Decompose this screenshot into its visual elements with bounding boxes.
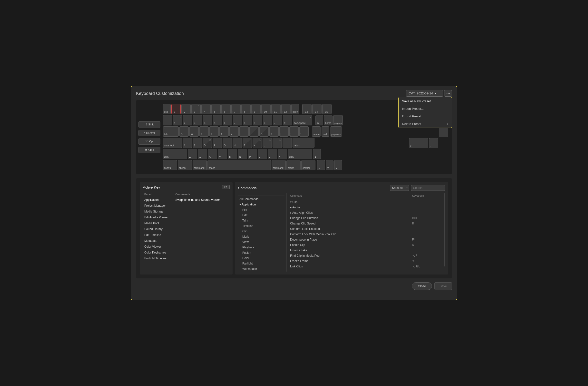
- f5-key[interactable]: F5: [211, 104, 221, 114]
- left-arrow-key[interactable]: ◄: [317, 160, 325, 170]
- t-key[interactable]: T: [219, 126, 229, 137]
- menu-item-import-preset[interactable]: Import Preset...: [399, 105, 452, 113]
- category-item[interactable]: ▾ Application: [238, 202, 285, 207]
- active-key-table-row[interactable]: ApplicationSwap Timeline and Source View…: [143, 197, 230, 203]
- num-dot-key[interactable]: .: [429, 138, 438, 148]
- 1-key[interactable]: 11: [173, 115, 182, 125]
- f1-key[interactable]: F1: [171, 104, 181, 114]
- category-item[interactable]: View: [238, 239, 285, 245]
- command-row[interactable]: Change Clip Duration...⌘D: [289, 215, 443, 221]
- f-key[interactable]: F: [212, 138, 222, 148]
- 5-key[interactable]: 5: [213, 115, 222, 125]
- u-key[interactable]: U: [239, 126, 249, 137]
- delete-key[interactable]: delete: [312, 126, 321, 137]
- backtick-key[interactable]: `: [163, 115, 172, 125]
- 2-key[interactable]: 2: [183, 115, 192, 125]
- f3-key[interactable]: 1F3: [191, 104, 201, 114]
- option-bottom-key[interactable]: option: [178, 160, 192, 170]
- save-button[interactable]: Save: [434, 282, 452, 290]
- menu-item-delete-preset[interactable]: Delete Preset ›: [399, 120, 452, 128]
- f11-key[interactable]: F11: [271, 104, 281, 114]
- left-shift-key[interactable]: shift: [163, 149, 187, 159]
- category-item[interactable]: Trim: [238, 218, 285, 223]
- opt-key[interactable]: ⌥ Opt: [138, 138, 160, 145]
- lbracket-key[interactable]: [: [279, 126, 289, 137]
- f8-key[interactable]: F8: [241, 104, 251, 114]
- page-up-key[interactable]: page up: [333, 115, 343, 125]
- active-key-table-row[interactable]: Media Pool: [143, 220, 230, 226]
- y-key[interactable]: Y: [230, 126, 239, 137]
- preset-selector[interactable]: CVT_2022-09-14 ▾: [406, 90, 443, 97]
- backslash-key[interactable]: \: [299, 126, 309, 137]
- 3-key[interactable]: 3: [193, 115, 202, 125]
- control-bottom-key[interactable]: control: [163, 160, 177, 170]
- f9-key[interactable]: F9: [251, 104, 261, 114]
- g-key[interactable]: G: [223, 138, 232, 148]
- command-row[interactable]: Conform Lock Enabled: [289, 226, 443, 231]
- command-row[interactable]: ▾ Clip: [289, 199, 443, 205]
- category-item[interactable]: Playback: [238, 245, 285, 250]
- command-row[interactable]: ▸ Audio: [289, 205, 443, 210]
- scrollbar[interactable]: [444, 193, 445, 267]
- active-key-table-row[interactable]: Project Manager: [143, 203, 230, 209]
- a-key[interactable]: A: [183, 138, 192, 148]
- 0-key[interactable]: 0: [263, 115, 272, 125]
- menu-item-save-preset[interactable]: Save as New Preset...: [399, 97, 452, 105]
- m-key[interactable]: M: [248, 149, 257, 159]
- active-key-table-row[interactable]: Fairlight Timeline: [143, 255, 230, 261]
- active-key-table-row[interactable]: Sound Library: [143, 226, 230, 232]
- fn-key[interactable]: fn: [315, 115, 323, 125]
- f14-key[interactable]: F14: [312, 104, 322, 114]
- return-key[interactable]: return: [293, 138, 315, 148]
- preset-more-button[interactable]: •••: [444, 90, 452, 97]
- f15-key[interactable]: F15: [322, 104, 332, 114]
- tab-key[interactable]: 2tab: [163, 126, 179, 137]
- category-item[interactable]: Timeline: [238, 223, 285, 229]
- f7-key[interactable]: F7: [231, 104, 241, 114]
- down-arrow-key[interactable]: ▼: [326, 160, 334, 170]
- 7-key[interactable]: 7: [233, 115, 242, 125]
- esc-key[interactable]: esc: [163, 104, 171, 114]
- semicolon-key[interactable]: 1;: [273, 138, 282, 148]
- z-key[interactable]: Z: [188, 149, 197, 159]
- cmd-key[interactable]: ⌘ Cmd: [138, 147, 160, 153]
- category-item[interactable]: Workspace: [238, 266, 285, 272]
- category-item[interactable]: Fusion: [238, 250, 285, 255]
- command-row[interactable]: ▸ Auto Align Clips: [289, 210, 443, 215]
- comma-key[interactable]: ,: [258, 149, 267, 159]
- slash-key[interactable]: /: [278, 149, 287, 159]
- b-key[interactable]: B: [228, 149, 237, 159]
- control-key[interactable]: ^ Control: [138, 130, 160, 136]
- s-key[interactable]: S: [193, 138, 202, 148]
- command-row[interactable]: Change Clip SpeedR: [289, 221, 443, 226]
- quote-key[interactable]: ': [283, 138, 292, 148]
- k-key[interactable]: 1K: [252, 138, 262, 148]
- p-key[interactable]: P: [269, 126, 279, 137]
- space-key[interactable]: space: [208, 160, 271, 170]
- 4-key[interactable]: 4: [203, 115, 212, 125]
- rbracket-key[interactable]: ]: [289, 126, 299, 137]
- i-key[interactable]: 1I: [249, 126, 259, 137]
- f10-key[interactable]: F10: [261, 104, 271, 114]
- category-item[interactable]: All Commands: [238, 196, 285, 202]
- h-key[interactable]: H: [232, 138, 242, 148]
- search-input[interactable]: [411, 185, 445, 191]
- j-key[interactable]: J: [243, 138, 252, 148]
- category-item[interactable]: File: [238, 207, 285, 212]
- command-row[interactable]: Conform Lock With Media Pool Clip: [289, 231, 443, 237]
- equals-key[interactable]: =: [283, 115, 292, 125]
- n-key[interactable]: N: [238, 149, 247, 159]
- command-row[interactable]: Finalize Take: [289, 248, 443, 253]
- minus-key[interactable]: -: [273, 115, 282, 125]
- option-right-key[interactable]: option: [286, 160, 301, 170]
- command-row[interactable]: Freeze Frame⇧R: [289, 258, 443, 264]
- f12-key[interactable]: F12: [281, 104, 291, 114]
- c-key[interactable]: C: [208, 149, 217, 159]
- f4-key[interactable]: F4: [201, 104, 211, 114]
- command-row[interactable]: Decompose in PlaceF4: [289, 237, 443, 242]
- close-button[interactable]: Close: [412, 282, 432, 290]
- q-key[interactable]: Q: [179, 126, 189, 137]
- o-key[interactable]: 1O: [259, 126, 269, 137]
- category-item[interactable]: Clip: [238, 229, 285, 234]
- command-right-key[interactable]: command: [272, 160, 286, 170]
